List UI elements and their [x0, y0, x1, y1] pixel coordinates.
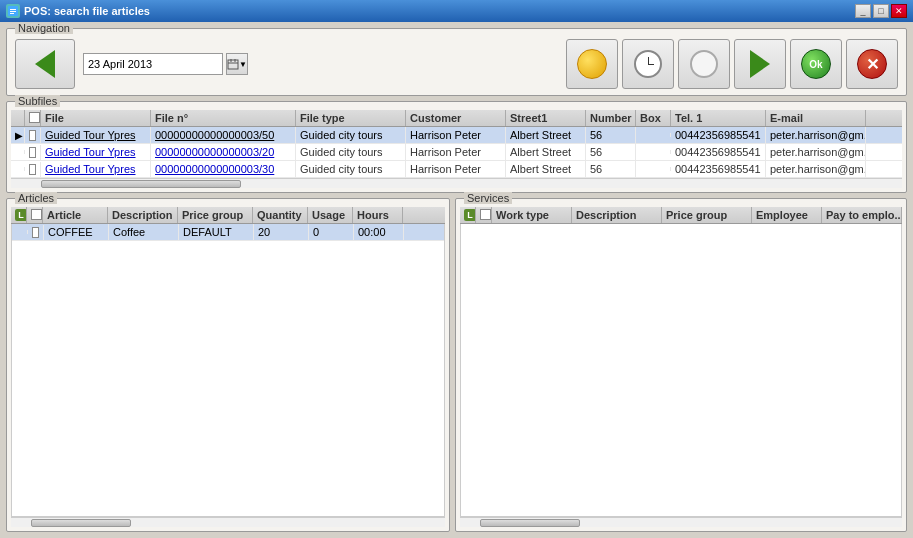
s-l-badge-icon: L: [464, 209, 476, 221]
svg-rect-2: [10, 11, 16, 12]
services-body: [460, 224, 902, 517]
row-checkbox-cell: [25, 128, 41, 143]
minimize-button[interactable]: _: [855, 4, 871, 18]
row-a-pg: DEFAULT: [179, 224, 254, 240]
table-row[interactable]: Guided Tour Ypres 00000000000000003/20 G…: [11, 144, 902, 161]
subfiles-label: Subfiles: [15, 95, 60, 107]
th-indicator: [11, 110, 25, 126]
row-checkbox[interactable]: [29, 147, 36, 158]
th-box: Box: [636, 110, 671, 126]
clock2-button[interactable]: [678, 39, 730, 89]
close-button[interactable]: ✕: [891, 4, 907, 18]
calendar-icon: [227, 58, 239, 70]
dropdown-arrow: ▼: [239, 60, 247, 69]
row-checkbox-cell: [25, 145, 41, 160]
th-customer: Customer: [406, 110, 506, 126]
row-a-usage: 0: [309, 224, 354, 240]
services-scroll-thumb: [480, 519, 580, 527]
row-a-desc: Coffee: [109, 224, 179, 240]
toolbar-buttons: Ok ✕: [566, 39, 898, 89]
subfiles-body: ▶ Guided Tour Ypres 00000000000000003/50…: [11, 127, 902, 178]
subfiles-scrollbar[interactable]: [11, 178, 902, 188]
row-filen[interactable]: 00000000000000003/50: [151, 127, 296, 143]
ok-icon: Ok: [801, 49, 831, 79]
row-email: peter.harrison@gm...: [766, 144, 866, 160]
services-group: Services L Work type Description Price g…: [455, 198, 907, 532]
row-file[interactable]: Guided Tour Ypres: [41, 127, 151, 143]
row-filetype: Guided city tours: [296, 144, 406, 160]
row-article: COFFEE: [44, 224, 109, 240]
th-s-l: L: [460, 207, 476, 223]
services-label: Services: [464, 192, 512, 204]
svg-rect-1: [10, 9, 16, 10]
navigation-group: Navigation ▼: [6, 28, 907, 96]
title-bar: POS: search file articles _ □ ✕: [0, 0, 913, 22]
row-street: Albert Street: [506, 144, 586, 160]
articles-label: Articles: [15, 192, 57, 204]
cancel-button[interactable]: ✕: [846, 39, 898, 89]
row-number: 56: [586, 127, 636, 143]
table-row[interactable]: Guided Tour Ypres 00000000000000003/30 G…: [11, 161, 902, 178]
row-checkbox[interactable]: [29, 130, 36, 141]
row-filen[interactable]: 00000000000000003/20: [151, 144, 296, 160]
th-s-pay: Pay to emplo...: [822, 207, 902, 223]
art-row-checkbox[interactable]: [32, 227, 39, 238]
th-checkbox: [25, 110, 41, 126]
th-s-pg: Price group: [662, 207, 752, 223]
row-box: [636, 167, 671, 171]
clock1-button[interactable]: [622, 39, 674, 89]
forward-button[interactable]: [734, 39, 786, 89]
yellow-circle-button[interactable]: [566, 39, 618, 89]
row-customer: Harrison Peter: [406, 127, 506, 143]
arrow-right-icon: [750, 50, 770, 78]
th-a-desc: Description: [108, 207, 178, 223]
articles-scroll-thumb: [31, 519, 131, 527]
row-file[interactable]: Guided Tour Ypres: [41, 144, 151, 160]
th-article: Article: [43, 207, 108, 223]
row-a-qty: 20: [254, 224, 309, 240]
arrow-left-icon: [35, 50, 55, 78]
row-box: [636, 150, 671, 154]
article-row[interactable]: COFFEE Coffee DEFAULT 20 0 00:00: [12, 224, 444, 241]
articles-scrollbar[interactable]: [11, 517, 445, 527]
articles-content: L Article Description Price group Quanti…: [7, 199, 449, 531]
row-filetype: Guided city tours: [296, 161, 406, 177]
cancel-icon: ✕: [857, 49, 887, 79]
calendar-dropdown-button[interactable]: ▼: [226, 53, 248, 75]
subfiles-group: Subfiles File File n° File type Customer…: [6, 101, 907, 193]
row-file[interactable]: Guided Tour Ypres: [41, 161, 151, 177]
th-l: L: [11, 207, 27, 223]
th-street1: Street1: [506, 110, 586, 126]
articles-group: Articles L Article Description Price gro…: [6, 198, 450, 532]
svc-header-checkbox[interactable]: [480, 209, 491, 220]
row-tel: 00442356985541: [671, 144, 766, 160]
row-filen[interactable]: 00000000000000003/30: [151, 161, 296, 177]
row-filetype: Guided city tours: [296, 127, 406, 143]
svg-rect-4: [228, 60, 238, 69]
row-l: [12, 230, 28, 234]
l-badge-icon: L: [15, 209, 27, 221]
ok-button[interactable]: Ok: [790, 39, 842, 89]
row-street: Albert Street: [506, 161, 586, 177]
th-file: File: [41, 110, 151, 126]
row-tel: 00442356985541: [671, 127, 766, 143]
app-icon: [6, 4, 20, 18]
table-row[interactable]: ▶ Guided Tour Ypres 00000000000000003/50…: [11, 127, 902, 144]
row-a-check: [28, 225, 44, 240]
services-scrollbar[interactable]: [460, 517, 902, 527]
scrollbar-thumb: [41, 180, 241, 188]
row-number: 56: [586, 161, 636, 177]
row-indicator: [11, 167, 25, 171]
clock2-icon: [690, 50, 718, 78]
art-header-checkbox[interactable]: [31, 209, 42, 220]
navigation-section: ▼: [7, 29, 906, 95]
row-checkbox[interactable]: [29, 164, 36, 175]
row-tel: 00442356985541: [671, 161, 766, 177]
back-button[interactable]: [15, 39, 75, 89]
maximize-button[interactable]: □: [873, 4, 889, 18]
th-s-check: [476, 207, 492, 223]
header-checkbox[interactable]: [29, 112, 40, 123]
date-field[interactable]: [83, 53, 223, 75]
clock1-icon: [634, 50, 662, 78]
window-title: POS: search file articles: [24, 5, 851, 17]
